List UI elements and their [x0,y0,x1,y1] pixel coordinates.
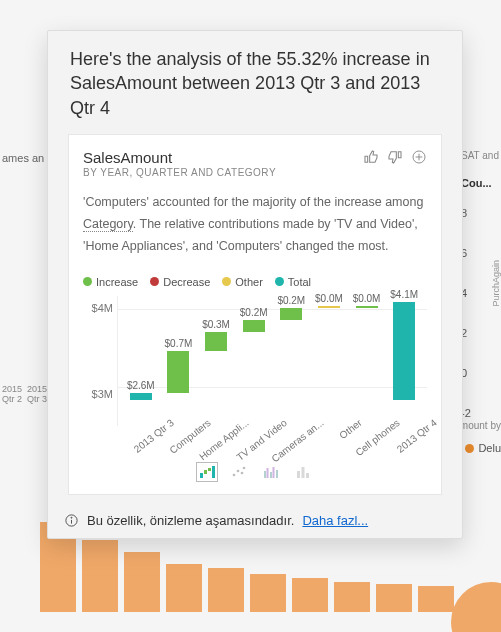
popup-title: Here's the analysis of the 55.32% increa… [48,31,462,134]
svg-rect-2 [204,470,207,474]
svg-rect-10 [267,468,269,478]
card-subtitle: BY YEAR, QUARTER AND CATEGORY [83,167,363,178]
bar-rect [243,320,265,332]
legend-decrease: Decrease [150,276,210,288]
svg-rect-11 [270,472,272,478]
waterfall-bar[interactable]: $0.2MCameras an... [273,295,311,400]
chart-legend: Increase Decrease Other Total [83,276,427,288]
bg-axis-label: PurchAgain [491,260,501,307]
bar-rect [318,306,340,308]
svg-rect-15 [302,467,305,478]
linked-term[interactable]: Category [83,217,133,232]
bg-year-ticks: 2015 2015 Qtr 2 Qtr 3 [2,385,47,405]
bar-value-label: $0.3M [202,319,230,330]
bar-rect [356,306,378,308]
waterfall-bar[interactable]: $2.6M2013 Qtr 3 [122,380,160,399]
svg-rect-3 [208,468,211,471]
bar-value-label: $4.1M [390,289,418,300]
bar-rect [205,332,227,350]
scatter-chart-icon[interactable] [228,462,250,482]
legend-increase: Increase [83,276,138,288]
bar-rect [130,393,152,399]
svg-rect-9 [264,471,266,478]
learn-more-link[interactable]: Daha fazl... [302,513,368,528]
svg-point-5 [233,473,236,476]
analysis-popup: Here's the analysis of the 55.32% increa… [47,30,463,539]
svg-rect-4 [212,466,215,478]
legend-total: Total [275,276,311,288]
svg-rect-13 [276,470,278,478]
bar-value-label: $0.2M [277,295,305,306]
clustered-bar-icon[interactable] [260,462,282,482]
thumbs-down-icon[interactable] [387,149,403,169]
preview-notice: Bu özellik, önizleme aşamasındadır. Daha… [48,505,462,538]
bar-value-label: $0.0M [353,293,381,304]
bar-rect [167,351,189,394]
card-title: SalesAmount [83,149,363,166]
visual-picker [83,462,427,484]
bar-value-label: $0.2M [240,307,268,318]
svg-rect-16 [306,473,309,478]
preview-text: Bu özellik, önizleme aşamasındadır. [87,513,294,528]
waterfall-bar[interactable]: $4.1M2013 Qtr 4 [385,289,423,400]
waterfall-bar[interactable]: $0.3MHome Appli... [197,319,235,399]
bg-text-left: ames an [2,152,44,164]
thumbs-up-icon[interactable] [363,149,379,169]
waterfall-bar[interactable]: $0.0MOther [310,293,348,400]
waterfall-bar[interactable]: $0.7MComputers [160,338,198,400]
bar-value-label: $0.0M [315,293,343,304]
waterfall-chart: $4M $3M $2.6M2013 Qtr 3$0.7MComputers$0.… [83,296,427,426]
column-chart-icon[interactable] [292,462,314,482]
insight-card: SalesAmount BY YEAR, QUARTER AND CATEGOR… [68,134,442,495]
svg-rect-12 [273,467,275,478]
bar-rect [280,308,302,320]
bar-value-label: $2.6M [127,380,155,391]
svg-point-8 [243,466,246,469]
svg-point-19 [71,517,72,518]
svg-rect-1 [200,473,203,478]
svg-point-7 [241,471,244,474]
svg-rect-14 [297,471,300,478]
bar-rect [393,302,415,400]
plus-icon[interactable] [411,149,427,169]
svg-point-6 [237,469,240,472]
waterfall-bar[interactable]: $0.0MCell phones [348,293,386,400]
info-icon [64,513,79,528]
bar-value-label: $0.7M [165,338,193,349]
y-axis: $4M $3M [83,296,117,426]
waterfall-bar[interactable]: $0.2MTV and Video [235,307,273,400]
legend-other: Other [222,276,263,288]
card-description: 'Computers' accounted for the majority o… [83,192,427,258]
